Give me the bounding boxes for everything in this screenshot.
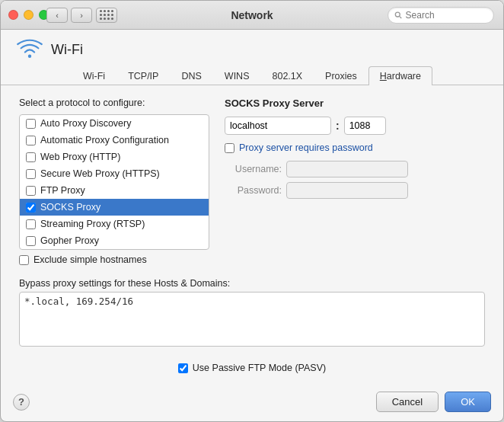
username-row: Username: — [225, 161, 485, 177]
auto-config-checkbox[interactable] — [26, 136, 36, 145]
server-port-input[interactable] — [344, 117, 386, 135]
proxy-server-title: SOCKS Proxy Server — [225, 98, 485, 109]
socks-checkbox[interactable] — [26, 203, 36, 213]
bypass-label: Bypass proxy settings for these Hosts & … — [19, 278, 485, 289]
content: Wi-Fi Wi-Fi TCP/IP DNS WINS 802.1X Proxi… — [1, 30, 503, 421]
exclude-checkbox[interactable] — [19, 255, 29, 265]
close-button[interactable] — [8, 10, 18, 20]
tab-proxies[interactable]: Proxies — [314, 66, 368, 85]
pasv-checkbox[interactable] — [178, 363, 188, 373]
password-row[interactable]: Proxy server requires password — [225, 142, 485, 153]
tab-wifi[interactable]: Wi-Fi — [72, 66, 116, 85]
tab-hardware-label: H — [380, 71, 387, 82]
exclude-label: Exclude simple hostnames — [33, 254, 147, 265]
right-column: SOCKS Proxy Server : Proxy server requir… — [225, 98, 485, 267]
grid-button[interactable] — [96, 8, 117, 23]
traffic-lights — [8, 10, 49, 20]
protocol-secure-web[interactable]: Secure Web Proxy (HTTPS) — [20, 165, 209, 182]
wifi-header: Wi-Fi — [1, 30, 503, 66]
username-input[interactable] — [286, 161, 408, 177]
gopher-label: Gopher Proxy — [40, 235, 99, 246]
bypass-section: Bypass proxy settings for these Hosts & … — [19, 278, 485, 349]
tab-wins[interactable]: WINS — [213, 66, 261, 85]
wifi-label: Wi-Fi — [51, 42, 83, 58]
auto-proxy-label: Auto Proxy Discovery — [40, 118, 131, 129]
svg-line-1 — [400, 16, 401, 18]
bypass-textarea[interactable]: *.local, 169.254/16 — [19, 292, 485, 347]
cancel-button[interactable]: Cancel — [376, 392, 439, 412]
nav-buttons: ‹ › — [46, 8, 92, 23]
tab-hardware[interactable]: Hardware — [368, 66, 432, 85]
socks-label: SOCKS Proxy — [40, 202, 100, 213]
password-required-checkbox[interactable] — [225, 143, 234, 153]
server-row: : — [225, 117, 485, 135]
tab-bar: Wi-Fi TCP/IP DNS WINS 802.1X Proxies Har… — [1, 66, 503, 85]
tab-tcpip[interactable]: TCP/IP — [116, 66, 170, 85]
grid-icon — [100, 10, 113, 20]
ok-button[interactable]: OK — [445, 392, 491, 412]
auto-proxy-checkbox[interactable] — [26, 119, 36, 129]
password-field-label: Password: — [225, 185, 282, 196]
minimize-button[interactable] — [24, 10, 33, 20]
protocol-section-label: Select a protocol to configure: — [19, 98, 209, 108]
window-title: Network — [231, 9, 273, 21]
tab-dns[interactable]: DNS — [170, 66, 212, 85]
main-panel: Select a protocol to configure: Auto Pro… — [1, 85, 503, 385]
pasv-label: Use Passive FTP Mode (PASV) — [193, 363, 326, 373]
help-button[interactable]: ? — [13, 394, 30, 411]
protocol-streaming[interactable]: Streaming Proxy (RTSP) — [20, 216, 209, 232]
titlebar: ‹ › Network — [1, 1, 503, 30]
web-proxy-label: Web Proxy (HTTP) — [40, 152, 120, 162]
action-buttons: Cancel OK — [376, 392, 491, 412]
forward-button[interactable]: › — [71, 8, 92, 23]
gopher-checkbox[interactable] — [26, 236, 36, 246]
ftp-label: FTP Proxy — [40, 185, 85, 196]
secure-web-checkbox[interactable] — [26, 169, 36, 179]
search-icon — [394, 11, 403, 20]
exclude-row[interactable]: Exclude simple hostnames — [19, 254, 209, 265]
web-proxy-checkbox[interactable] — [26, 152, 36, 162]
back-button[interactable]: ‹ — [46, 8, 68, 23]
left-column: Select a protocol to configure: Auto Pro… — [19, 98, 209, 267]
tab-hardware-rest: ardware — [387, 71, 421, 82]
password-input[interactable] — [286, 182, 408, 199]
secure-web-label: Secure Web Proxy (HTTPS) — [40, 168, 160, 179]
search-input[interactable] — [406, 10, 487, 21]
colon-separator: : — [336, 120, 340, 132]
protocol-gopher[interactable]: Gopher Proxy — [20, 232, 209, 249]
server-host-input[interactable] — [225, 117, 331, 135]
protocol-auto-proxy[interactable]: Auto Proxy Discovery — [20, 115, 209, 132]
protocol-ftp[interactable]: FTP Proxy — [20, 182, 209, 199]
protocol-socks[interactable]: SOCKS Proxy — [20, 199, 209, 216]
tab-8021x[interactable]: 802.1X — [260, 66, 314, 85]
streaming-checkbox[interactable] — [26, 219, 36, 229]
protocol-web-proxy[interactable]: Web Proxy (HTTP) — [20, 149, 209, 165]
pasv-row[interactable]: Use Passive FTP Mode (PASV) — [19, 363, 485, 373]
protocol-auto-config[interactable]: Automatic Proxy Configuration — [20, 132, 209, 149]
two-col-layout: Select a protocol to configure: Auto Pro… — [19, 98, 485, 267]
svg-point-0 — [395, 12, 400, 17]
password-field-row: Password: — [225, 182, 485, 199]
wifi-icon — [16, 39, 43, 60]
password-required-label: Proxy server requires password — [239, 142, 373, 153]
svg-point-2 — [28, 55, 31, 58]
streaming-label: Streaming Proxy (RTSP) — [40, 219, 145, 229]
search-box[interactable] — [388, 7, 494, 24]
window: ‹ › Network — [0, 0, 504, 422]
protocol-list: Auto Proxy Discovery Automatic Proxy Con… — [19, 114, 209, 250]
ftp-checkbox[interactable] — [26, 186, 36, 196]
bottom-bar: ? Cancel OK — [1, 385, 503, 421]
auto-config-label: Automatic Proxy Configuration — [40, 135, 169, 145]
username-label: Username: — [225, 164, 282, 174]
